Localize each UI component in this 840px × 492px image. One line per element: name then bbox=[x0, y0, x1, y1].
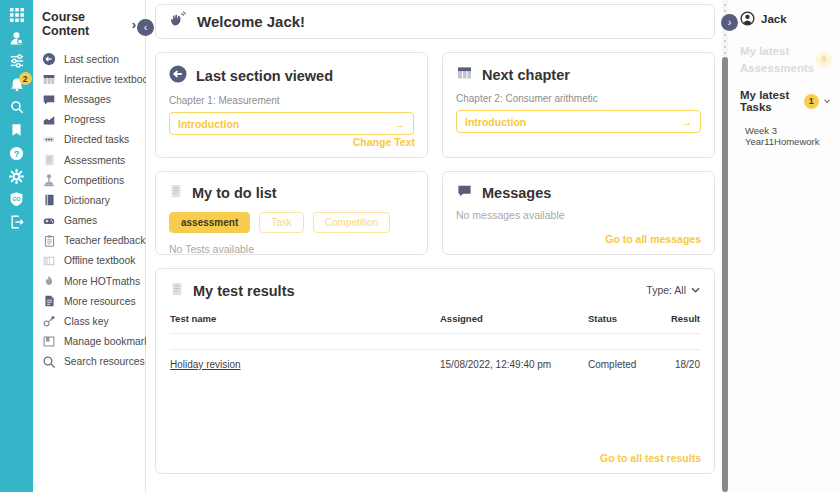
settings-gear-icon[interactable] bbox=[9, 169, 25, 183]
app-window: 2 ? GO Course Content › Last secti bbox=[0, 0, 840, 492]
progress-icon bbox=[42, 113, 56, 127]
todo-empty-text: No Tests available bbox=[169, 243, 414, 255]
type-filter-dropdown[interactable]: Type: All bbox=[646, 284, 700, 296]
tab-task[interactable]: Task bbox=[259, 212, 304, 233]
test-name-link[interactable]: Holiday revision bbox=[170, 359, 241, 370]
todo-list-title: My to do list bbox=[192, 185, 277, 201]
last-section-viewed-icon bbox=[169, 65, 187, 87]
preferences-sliders-icon[interactable] bbox=[9, 54, 25, 68]
menu-item-teacher-feedback[interactable]: Teacher feedback bbox=[42, 231, 145, 251]
offline-textbook-icon bbox=[42, 254, 56, 268]
messages-title: Messages bbox=[482, 185, 551, 201]
menu-item-interactive-textbook[interactable]: Interactive textbook bbox=[42, 69, 145, 89]
test-results-title: My test results bbox=[193, 283, 295, 299]
messages-empty-text: No messages available bbox=[456, 209, 701, 221]
menu-item-directed-tasks[interactable]: Directed tasks bbox=[42, 130, 145, 150]
chevron-right-icon: › bbox=[132, 17, 136, 32]
result-cell: 18/20 bbox=[652, 359, 700, 370]
menu-item-competitions[interactable]: Competitions bbox=[42, 170, 145, 190]
games-gamepad-icon bbox=[42, 214, 56, 228]
teacher-feedback-icon bbox=[42, 234, 56, 248]
next-chapter-subtitle: Chapter 2: Consumer arithmetic bbox=[456, 93, 701, 104]
library-bookmark-icon[interactable] bbox=[9, 123, 25, 137]
menu-item-more-resources[interactable]: More resources bbox=[42, 291, 145, 311]
latest-task-item[interactable]: Week 3 Year11Homework bbox=[740, 125, 832, 147]
messages-icon bbox=[42, 92, 56, 106]
menu-item-games[interactable]: Games bbox=[42, 211, 145, 231]
more-resources-icon bbox=[42, 294, 56, 308]
course-content-header[interactable]: Course Content › bbox=[42, 10, 145, 38]
menu-item-class-key[interactable]: Class key bbox=[42, 311, 145, 331]
class-key-icon bbox=[42, 315, 56, 329]
dictionary-icon bbox=[42, 193, 56, 207]
last-section-viewed-title: Last section viewed bbox=[196, 68, 333, 84]
more-hotmaths-flame-icon bbox=[42, 274, 56, 288]
table-divider bbox=[170, 334, 700, 350]
directed-tasks-icon bbox=[42, 133, 56, 147]
results-table-header: Test name Assigned Status Result bbox=[170, 313, 700, 324]
last-section-subtitle: Chapter 1: Measurement bbox=[169, 95, 414, 106]
test-results-card: My test results Type: All Test name Assi… bbox=[155, 268, 715, 474]
test-results-document-icon bbox=[170, 281, 184, 301]
notifications-bell-icon[interactable]: 2 bbox=[9, 77, 25, 91]
svg-text:?: ? bbox=[14, 148, 20, 158]
svg-text:GO: GO bbox=[12, 196, 20, 202]
next-chapter-introduction-button[interactable]: Introduction → bbox=[456, 110, 701, 133]
user-avatar-icon bbox=[740, 11, 755, 26]
messages-bubble-icon bbox=[456, 183, 473, 202]
table-row: Holiday revision 15/08/2022, 12:49:40 pm… bbox=[170, 359, 700, 370]
assessments-count-badge: 0 bbox=[816, 52, 832, 68]
welcome-card: Welcome Jack! bbox=[155, 4, 715, 39]
todo-tabs: assessment Task Competition bbox=[169, 212, 414, 233]
menu-item-progress[interactable]: Progress bbox=[42, 110, 145, 130]
last-section-introduction-button[interactable]: Introduction → bbox=[169, 112, 414, 135]
course-menu: Last section Interactive textbook Messag… bbox=[42, 49, 145, 372]
latest-panel: › Jack My latest Assessments 0 My latest… bbox=[728, 0, 840, 492]
user-name: Jack bbox=[761, 13, 787, 25]
search-icon[interactable] bbox=[9, 100, 25, 114]
arrow-right-icon: → bbox=[395, 118, 406, 130]
assessments-icon bbox=[42, 153, 56, 167]
menu-item-last-section[interactable]: Last section bbox=[42, 49, 145, 69]
my-latest-assessments[interactable]: My latest Assessments 0 bbox=[740, 43, 832, 76]
icon-rail: 2 ? GO bbox=[0, 0, 33, 492]
menu-item-more-hotmaths[interactable]: More HOTmaths bbox=[42, 271, 145, 291]
manage-bookmarks-icon bbox=[42, 335, 56, 349]
tab-assessment[interactable]: assessment bbox=[169, 212, 250, 233]
next-chapter-card: Next chapter Chapter 2: Consumer arithme… bbox=[442, 52, 715, 158]
last-section-icon bbox=[42, 52, 56, 66]
go-shield-icon[interactable]: GO bbox=[9, 192, 25, 206]
menu-item-manage-bookmarks[interactable]: Manage bookmarks bbox=[42, 332, 145, 352]
assigned-cell: 15/08/2022, 12:49:40 pm bbox=[440, 359, 588, 370]
go-to-all-messages-link[interactable]: Go to all messages bbox=[605, 233, 701, 245]
go-to-all-test-results-link[interactable]: Go to all test results bbox=[600, 452, 701, 464]
menu-item-offline-textbook[interactable]: Offline textbook bbox=[42, 251, 145, 271]
menu-item-search-resources[interactable]: Search resources bbox=[42, 352, 145, 372]
expand-latest-panel-button[interactable]: › bbox=[721, 14, 738, 31]
my-latest-tasks[interactable]: My latest Tasks 1 bbox=[740, 89, 832, 113]
menu-item-dictionary[interactable]: Dictionary bbox=[42, 190, 145, 210]
main-content: ‹ Welcome Jack! Last section viewed Chap… bbox=[146, 0, 722, 492]
apps-grid-icon[interactable] bbox=[9, 8, 25, 22]
tab-competition[interactable]: Competition bbox=[313, 212, 390, 233]
collapse-course-panel-button[interactable]: ‹ bbox=[137, 19, 154, 36]
welcome-title: Welcome Jack! bbox=[197, 13, 305, 30]
next-chapter-icon bbox=[456, 65, 473, 85]
help-icon[interactable]: ? bbox=[9, 146, 25, 160]
menu-item-assessments[interactable]: Assessments bbox=[42, 150, 145, 170]
change-text-link[interactable]: Change Text bbox=[353, 136, 415, 148]
arrow-right-icon: → bbox=[682, 116, 693, 128]
menu-item-messages[interactable]: Messages bbox=[42, 89, 145, 109]
status-cell: Completed bbox=[588, 359, 652, 370]
support-person-icon[interactable] bbox=[9, 31, 25, 45]
todo-document-icon bbox=[169, 183, 183, 203]
waving-hand-icon bbox=[169, 11, 186, 32]
messages-card: Messages No messages available Go to all… bbox=[442, 171, 715, 255]
search-resources-icon bbox=[42, 355, 56, 369]
tasks-count-badge: 1 bbox=[804, 94, 819, 109]
competitions-icon bbox=[42, 173, 56, 187]
user-row[interactable]: Jack bbox=[740, 11, 832, 26]
notifications-badge: 2 bbox=[19, 72, 32, 85]
next-chapter-title: Next chapter bbox=[482, 67, 570, 83]
logout-icon[interactable] bbox=[9, 215, 25, 229]
